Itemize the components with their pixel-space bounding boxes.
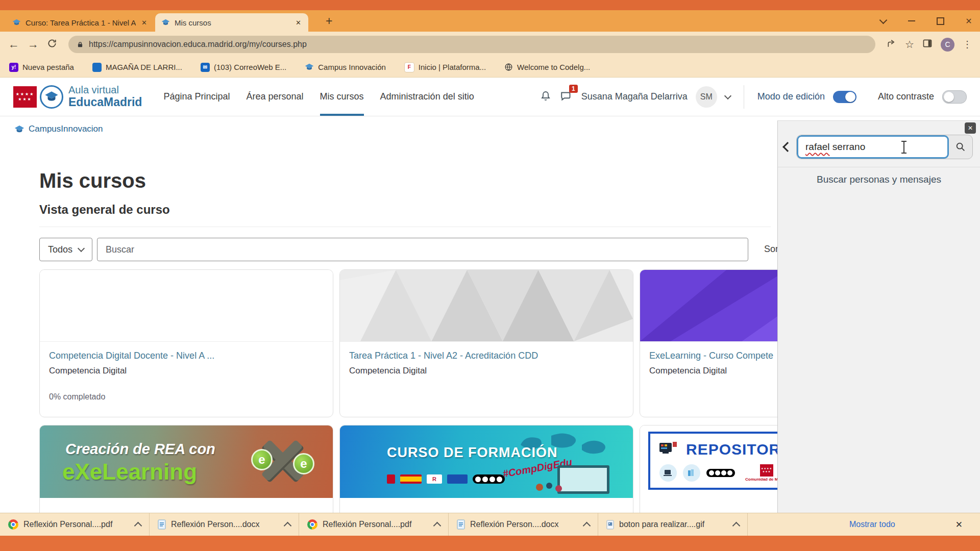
minimize-button[interactable] — [908, 20, 916, 21]
download-item[interactable]: Reflexión Person....docx — [150, 513, 299, 536]
reload-icon[interactable] — [47, 38, 57, 51]
lock-icon — [77, 41, 84, 48]
mail-icon: ✉ — [201, 63, 210, 72]
bookmark-correoweb[interactable]: ✉ (103) CorreoWeb E... — [201, 63, 286, 72]
sort-dropdown-partial[interactable]: Sor — [764, 244, 778, 255]
download-item[interactable]: Reflexión Personal....pdf — [0, 513, 150, 536]
bookmark-nueva-pestana[interactable]: y! Nueva pestaña — [9, 63, 74, 72]
primary-nav: Página Principal Área personal Mis curso… — [163, 78, 474, 116]
nav-administracion-sitio[interactable]: Administración del sitio — [380, 78, 474, 116]
maximize-button[interactable] — [936, 17, 944, 25]
new-tab-button[interactable]: + — [326, 15, 332, 27]
course-title-link[interactable]: Competencia Digital Docente - Nivel A ..… — [49, 350, 324, 362]
drawer-close-icon[interactable]: ✕ — [965, 122, 976, 134]
browser-profile-avatar[interactable]: C — [941, 38, 954, 52]
course-filter-dropdown[interactable]: Todos — [39, 238, 92, 261]
nav-pagina-principal[interactable]: Página Principal — [163, 78, 230, 116]
downloads-bar-close-icon[interactable]: ✕ — [955, 519, 963, 530]
back-icon[interactable]: ← — [8, 39, 19, 50]
educamadrid-logo-icon — [40, 85, 63, 109]
download-item[interactable]: Reflexión Personal....pdf — [299, 513, 449, 536]
exelearning-logo: ee — [254, 433, 311, 490]
computer-illustration — [656, 440, 679, 459]
messages-search-group: rafael serrano — [796, 135, 973, 159]
course-category: Competencia Digital — [349, 366, 624, 376]
nav-mis-cursos[interactable]: Mis cursos — [320, 78, 364, 116]
red-f-icon: F — [404, 62, 414, 72]
course-card[interactable]: Tarea Práctica 1 - Nivel A2 - Acreditaci… — [339, 269, 633, 417]
tab-title: Curso: Tarea Práctica 1 - Nivel A2 — [26, 18, 136, 27]
messages-search-input[interactable]: rafael serrano — [797, 135, 949, 159]
browser-tab-mis-cursos[interactable]: Mis cursos ✕ — [155, 13, 308, 32]
page-subtitle: Vista general de curso — [39, 203, 170, 217]
user-menu-chevron-icon[interactable] — [724, 92, 731, 99]
breadcrumb[interactable]: CampusInnovacion — [14, 124, 103, 134]
cc-license-badge — [706, 469, 735, 477]
tab-close-icon[interactable]: ✕ — [295, 19, 302, 27]
tab-close-icon[interactable]: ✕ — [140, 19, 148, 27]
share-icon[interactable] — [887, 38, 897, 51]
course-banner-exelearning[interactable]: Creación de REA con eXeLearning ee — [40, 425, 333, 498]
course-progress: 0% completado — [49, 392, 324, 402]
header-divider — [744, 85, 744, 109]
window-close-button[interactable]: ✕ — [965, 16, 973, 26]
nav-area-personal[interactable]: Área personal — [247, 78, 304, 116]
chevron-up-icon[interactable] — [284, 522, 292, 530]
comunidad-madrid-flag-logo: ★★★★ ★★★ — [13, 86, 37, 108]
browser-menu-icon[interactable]: ⋮ — [963, 39, 972, 50]
side-panel-icon[interactable] — [922, 38, 933, 51]
drawer-hint-text: Buscar personas y mensajes — [778, 174, 980, 185]
course-banner-curso-formacion[interactable]: CURSO DE FORMACIÓN #CompDigEdu R — [340, 425, 633, 498]
moodle-favicon — [12, 19, 21, 26]
gif-image-icon — [606, 520, 614, 530]
downloads-bar: Reflexión Personal....pdf Reflexión Pers… — [0, 513, 980, 536]
chevron-down-icon — [78, 245, 85, 252]
bookmark-campus-innovacion[interactable]: Campus Innovación — [305, 63, 386, 71]
drawer-back-icon[interactable] — [782, 142, 793, 152]
tab-search-icon[interactable] — [879, 19, 887, 23]
download-item[interactable]: boton para realizar....gif — [598, 513, 748, 536]
banner-text: eXeLearning — [62, 459, 197, 485]
graduation-cap-icon — [14, 125, 24, 134]
banner-logos: R — [387, 474, 505, 484]
site-logo-text[interactable]: Aula virtual EducaMadrid — [68, 85, 142, 108]
site-header: ★★★★ ★★★ Aula virtual EducaMadrid Página… — [0, 78, 980, 116]
messages-icon[interactable]: 1 — [560, 89, 573, 105]
laptop-icon — [659, 464, 677, 482]
download-item[interactable]: Reflexión Person....docx — [449, 513, 598, 536]
chevron-up-icon[interactable] — [583, 522, 591, 530]
chevron-up-icon[interactable] — [433, 522, 442, 530]
high-contrast-toggle[interactable] — [942, 90, 967, 104]
bookmark-inicio-plataforma[interactable]: F Inicio | Plataforma... — [404, 62, 486, 72]
search-text: serrano — [830, 141, 866, 152]
graduation-cap-icon — [305, 63, 314, 71]
course-image-blank[interactable] — [40, 270, 333, 342]
course-card[interactable]: Competencia Digital Docente - Nivel A ..… — [39, 269, 333, 417]
bookmark-welcome-codelg[interactable]: Welcome to Codelg... — [504, 63, 590, 71]
moodle-favicon — [161, 19, 170, 26]
address-bar[interactable]: https://campusinnovacion.educa.madrid.or… — [68, 36, 875, 53]
forward-icon[interactable]: → — [28, 39, 39, 50]
unread-messages-badge: 1 — [569, 85, 578, 93]
tab-title: Mis cursos — [175, 18, 290, 27]
notifications-bell-icon[interactable] — [540, 90, 552, 104]
bookmark-star-icon[interactable]: ☆ — [905, 38, 914, 51]
window-top-frame — [0, 0, 980, 10]
browser-tab-curso[interactable]: Curso: Tarea Práctica 1 - Nivel A2 ✕ — [6, 13, 154, 32]
browser-toolbar: ← → https://campusinnovacion.educa.madri… — [0, 32, 980, 57]
user-avatar[interactable]: SM — [696, 86, 717, 108]
course-search-input[interactable] — [97, 238, 748, 261]
show-all-downloads-link[interactable]: Mostrar todo — [849, 520, 895, 529]
course-title-link[interactable]: Tarea Práctica 1 - Nivel A2 - Acreditaci… — [349, 350, 624, 362]
bookmark-magana[interactable]: MAGAÑA DE LARRI... — [92, 63, 182, 72]
course-image-triangles[interactable] — [340, 270, 633, 342]
search-submit-button[interactable] — [949, 135, 972, 159]
window-bottom-frame — [0, 536, 980, 551]
chevron-up-icon[interactable] — [134, 522, 142, 530]
high-contrast-label: Alto contraste — [878, 91, 934, 102]
chevron-up-icon[interactable] — [732, 522, 741, 530]
edit-mode-toggle[interactable] — [833, 91, 856, 103]
bookmarks-bar: y! Nueva pestaña MAGAÑA DE LARRI... ✉ (1… — [0, 57, 980, 78]
blue-app-icon — [92, 63, 102, 72]
user-name[interactable]: Susana Magaña Delarriva — [581, 91, 688, 102]
